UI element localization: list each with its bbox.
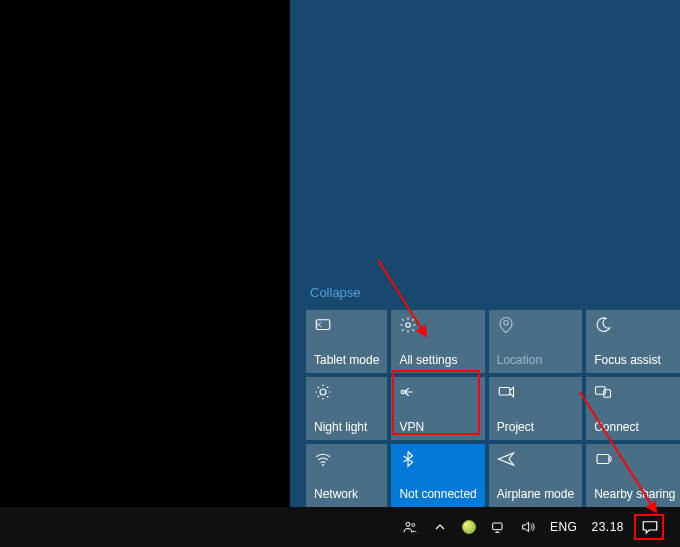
tile-label: Focus assist (594, 353, 675, 367)
tile-night-light[interactable]: Night light (306, 377, 387, 440)
airplane-icon (497, 450, 515, 468)
svg-rect-5 (499, 388, 510, 396)
svg-rect-0 (316, 320, 330, 330)
tile-label: All settings (399, 353, 476, 367)
gear-icon (399, 316, 417, 334)
tablet-mode-icon (314, 316, 332, 334)
tile-bluetooth[interactable]: Not connected (391, 444, 484, 507)
tile-label: Connect (594, 420, 675, 434)
tile-label: Night light (314, 420, 379, 434)
svg-point-10 (406, 522, 410, 526)
vpn-icon (399, 383, 417, 401)
show-desktop-button[interactable] (674, 507, 678, 547)
volume-tray-icon[interactable] (518, 507, 538, 547)
svg-point-3 (320, 389, 326, 395)
tile-connect[interactable]: Connect (586, 377, 680, 440)
svg-point-11 (412, 524, 415, 527)
svg-point-8 (322, 464, 324, 466)
tile-label: Not connected (399, 487, 476, 501)
action-center-button[interactable] (636, 513, 664, 541)
circle-green-icon (462, 520, 476, 534)
sun-icon (314, 383, 332, 401)
connect-icon (594, 383, 612, 401)
tile-label: Network (314, 487, 379, 501)
tile-label: Tablet mode (314, 353, 379, 367)
location-icon (497, 316, 515, 334)
tile-airplane-mode[interactable]: Airplane mode (489, 444, 582, 507)
tray-app-icon[interactable] (460, 507, 478, 547)
collapse-link[interactable]: Collapse (306, 279, 365, 310)
desktop-left-region (0, 0, 290, 507)
tile-label: Nearby sharing (594, 487, 675, 501)
action-center-panel: Collapse Tablet mode All settings Locati… (306, 279, 674, 507)
tile-label: Location (497, 353, 574, 367)
project-icon (497, 383, 515, 401)
svg-rect-9 (597, 455, 609, 464)
people-button[interactable] (400, 507, 420, 547)
network-tray-icon[interactable] (488, 507, 508, 547)
tile-vpn[interactable]: VPN (391, 377, 484, 440)
wifi-icon (314, 450, 332, 468)
svg-point-4 (401, 390, 404, 393)
tile-all-settings[interactable]: All settings (391, 310, 484, 373)
language-indicator[interactable]: ENG (548, 507, 580, 547)
tray-overflow-button[interactable] (430, 507, 450, 547)
bluetooth-icon (399, 450, 417, 468)
clock[interactable]: 23.18 (589, 507, 626, 547)
tile-focus-assist[interactable]: Focus assist (586, 310, 680, 373)
tile-nearby-sharing[interactable]: Nearby sharing (586, 444, 680, 507)
taskbar: ENG 23.18 (0, 507, 680, 547)
tile-network[interactable]: Network (306, 444, 387, 507)
tile-tablet-mode[interactable]: Tablet mode (306, 310, 387, 373)
moon-icon (594, 316, 612, 334)
tile-location[interactable]: Location (489, 310, 582, 373)
nearby-sharing-icon (594, 450, 612, 468)
tile-project[interactable]: Project (489, 377, 582, 440)
tile-label: Project (497, 420, 574, 434)
system-tray: ENG 23.18 (400, 507, 678, 547)
svg-rect-12 (493, 523, 502, 530)
tile-label: VPN (399, 420, 476, 434)
tile-label: Airplane mode (497, 487, 574, 501)
quick-actions-grid: Tablet mode All settings Location Focus … (306, 310, 674, 507)
svg-point-2 (504, 321, 509, 326)
svg-point-1 (406, 323, 411, 328)
